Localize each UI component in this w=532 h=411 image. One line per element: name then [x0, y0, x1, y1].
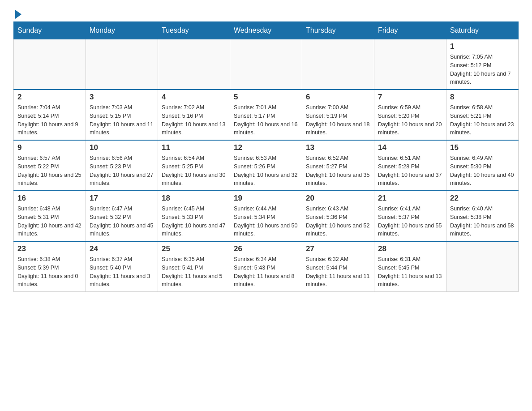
day-number: 11: [162, 143, 226, 152]
day-number: 6: [306, 93, 370, 102]
calendar-cell: 10Sunrise: 6:56 AMSunset: 5:23 PMDayligh…: [86, 140, 158, 191]
day-header-sunday: Sunday: [14, 22, 86, 39]
day-header-thursday: Thursday: [302, 22, 374, 39]
day-number: 22: [450, 194, 515, 203]
calendar-week-row: 23Sunrise: 6:38 AMSunset: 5:39 PMDayligh…: [14, 241, 519, 292]
calendar-cell: 27Sunrise: 6:32 AMSunset: 5:44 PMDayligh…: [302, 241, 374, 292]
calendar-cell: 16Sunrise: 6:48 AMSunset: 5:31 PMDayligh…: [14, 191, 86, 241]
day-info: Sunrise: 6:45 AMSunset: 5:33 PMDaylight:…: [162, 205, 226, 238]
day-number: 23: [17, 244, 82, 253]
calendar-cell: 5Sunrise: 7:01 AMSunset: 5:17 PMDaylight…: [230, 90, 302, 140]
calendar-cell: [446, 241, 519, 292]
day-info: Sunrise: 6:34 AMSunset: 5:43 PMDaylight:…: [234, 255, 298, 289]
calendar-cell: 23Sunrise: 6:38 AMSunset: 5:39 PMDayligh…: [14, 241, 86, 292]
day-info: Sunrise: 6:54 AMSunset: 5:25 PMDaylight:…: [162, 154, 226, 188]
day-info: Sunrise: 6:41 AMSunset: 5:37 PMDaylight:…: [378, 205, 442, 238]
day-number: 3: [90, 93, 154, 102]
day-info: Sunrise: 7:05 AMSunset: 5:12 PMDaylight:…: [450, 53, 515, 86]
calendar-cell: 13Sunrise: 6:52 AMSunset: 5:27 PMDayligh…: [302, 140, 374, 191]
day-info: Sunrise: 6:51 AMSunset: 5:28 PMDaylight:…: [378, 154, 442, 188]
calendar-cell: 21Sunrise: 6:41 AMSunset: 5:37 PMDayligh…: [374, 191, 446, 241]
day-header-friday: Friday: [374, 22, 446, 39]
day-info: Sunrise: 6:38 AMSunset: 5:39 PMDaylight:…: [17, 255, 82, 289]
day-info: Sunrise: 7:02 AMSunset: 5:16 PMDaylight:…: [162, 103, 226, 137]
calendar-cell: 7Sunrise: 6:59 AMSunset: 5:20 PMDaylight…: [374, 90, 446, 140]
day-number: 1: [450, 42, 515, 51]
calendar-cell: 14Sunrise: 6:51 AMSunset: 5:28 PMDayligh…: [374, 140, 446, 191]
calendar-cell: 12Sunrise: 6:53 AMSunset: 5:26 PMDayligh…: [230, 140, 302, 191]
day-number: 19: [234, 194, 298, 203]
day-number: 17: [90, 194, 154, 203]
day-info: Sunrise: 6:59 AMSunset: 5:20 PMDaylight:…: [378, 103, 442, 137]
day-info: Sunrise: 7:03 AMSunset: 5:15 PMDaylight:…: [90, 103, 154, 137]
day-info: Sunrise: 6:49 AMSunset: 5:30 PMDaylight:…: [450, 154, 515, 188]
day-info: Sunrise: 7:04 AMSunset: 5:14 PMDaylight:…: [17, 103, 82, 137]
day-number: 21: [378, 194, 442, 203]
calendar-cell: 20Sunrise: 6:43 AMSunset: 5:36 PMDayligh…: [302, 191, 374, 241]
day-number: 5: [234, 93, 298, 102]
day-number: 24: [90, 244, 154, 253]
day-header-tuesday: Tuesday: [158, 22, 230, 39]
calendar-cell: 8Sunrise: 6:58 AMSunset: 5:21 PMDaylight…: [446, 90, 519, 140]
calendar-cell: 19Sunrise: 6:44 AMSunset: 5:34 PMDayligh…: [230, 191, 302, 241]
calendar-cell: 6Sunrise: 7:00 AMSunset: 5:19 PMDaylight…: [302, 90, 374, 140]
day-info: Sunrise: 7:01 AMSunset: 5:17 PMDaylight:…: [234, 103, 298, 137]
calendar-cell: [230, 39, 302, 90]
calendar-cell: 4Sunrise: 7:02 AMSunset: 5:16 PMDaylight…: [158, 90, 230, 140]
day-number: 16: [17, 194, 82, 203]
calendar-header-row: SundayMondayTuesdayWednesdayThursdayFrid…: [14, 22, 519, 39]
day-info: Sunrise: 6:47 AMSunset: 5:32 PMDaylight:…: [90, 205, 154, 238]
calendar-cell: 24Sunrise: 6:37 AMSunset: 5:40 PMDayligh…: [86, 241, 158, 292]
day-number: 25: [162, 244, 226, 253]
calendar-week-row: 1Sunrise: 7:05 AMSunset: 5:12 PMDaylight…: [14, 39, 519, 90]
calendar-cell: [86, 39, 158, 90]
day-number: 20: [306, 194, 370, 203]
day-number: 27: [306, 244, 370, 253]
logo-arrow-icon: [15, 10, 21, 19]
day-info: Sunrise: 6:58 AMSunset: 5:21 PMDaylight:…: [450, 103, 515, 137]
calendar-cell: 17Sunrise: 6:47 AMSunset: 5:32 PMDayligh…: [86, 191, 158, 241]
calendar-cell: [158, 39, 230, 90]
calendar-week-row: 2Sunrise: 7:04 AMSunset: 5:14 PMDaylight…: [14, 90, 519, 140]
logo: [13, 9, 21, 17]
day-info: Sunrise: 6:44 AMSunset: 5:34 PMDaylight:…: [234, 205, 298, 238]
day-number: 28: [378, 244, 442, 253]
calendar-cell: 2Sunrise: 7:04 AMSunset: 5:14 PMDaylight…: [14, 90, 86, 140]
calendar-cell: 22Sunrise: 6:40 AMSunset: 5:38 PMDayligh…: [446, 191, 519, 241]
calendar-cell: 9Sunrise: 6:57 AMSunset: 5:22 PMDaylight…: [14, 140, 86, 191]
calendar-cell: 25Sunrise: 6:35 AMSunset: 5:41 PMDayligh…: [158, 241, 230, 292]
day-info: Sunrise: 6:37 AMSunset: 5:40 PMDaylight:…: [90, 255, 154, 289]
day-number: 7: [378, 93, 442, 102]
day-number: 12: [234, 143, 298, 152]
day-header-wednesday: Wednesday: [230, 22, 302, 39]
day-info: Sunrise: 6:52 AMSunset: 5:27 PMDaylight:…: [306, 154, 370, 188]
day-header-monday: Monday: [86, 22, 158, 39]
calendar-week-row: 9Sunrise: 6:57 AMSunset: 5:22 PMDaylight…: [14, 140, 519, 191]
day-info: Sunrise: 6:56 AMSunset: 5:23 PMDaylight:…: [90, 154, 154, 188]
day-number: 14: [378, 143, 442, 152]
day-number: 13: [306, 143, 370, 152]
day-info: Sunrise: 7:00 AMSunset: 5:19 PMDaylight:…: [306, 103, 370, 137]
calendar-cell: [14, 39, 86, 90]
day-number: 10: [90, 143, 154, 152]
calendar-cell: 3Sunrise: 7:03 AMSunset: 5:15 PMDaylight…: [86, 90, 158, 140]
day-info: Sunrise: 6:48 AMSunset: 5:31 PMDaylight:…: [17, 205, 82, 238]
calendar-cell: 28Sunrise: 6:31 AMSunset: 5:45 PMDayligh…: [374, 241, 446, 292]
day-number: 9: [17, 143, 82, 152]
calendar-cell: 1Sunrise: 7:05 AMSunset: 5:12 PMDaylight…: [446, 39, 519, 90]
calendar-cell: [302, 39, 374, 90]
day-info: Sunrise: 6:35 AMSunset: 5:41 PMDaylight:…: [162, 255, 226, 289]
day-number: 15: [450, 143, 515, 152]
day-info: Sunrise: 6:31 AMSunset: 5:45 PMDaylight:…: [378, 255, 442, 289]
day-info: Sunrise: 6:57 AMSunset: 5:22 PMDaylight:…: [17, 154, 82, 188]
day-number: 4: [162, 93, 226, 102]
calendar-cell: 15Sunrise: 6:49 AMSunset: 5:30 PMDayligh…: [446, 140, 519, 191]
day-number: 8: [450, 93, 515, 102]
calendar-cell: [374, 39, 446, 90]
day-info: Sunrise: 6:32 AMSunset: 5:44 PMDaylight:…: [306, 255, 370, 289]
calendar-cell: 26Sunrise: 6:34 AMSunset: 5:43 PMDayligh…: [230, 241, 302, 292]
page-header: [13, 9, 519, 17]
day-number: 26: [234, 244, 298, 253]
calendar-cell: 11Sunrise: 6:54 AMSunset: 5:25 PMDayligh…: [158, 140, 230, 191]
day-header-saturday: Saturday: [446, 22, 519, 39]
